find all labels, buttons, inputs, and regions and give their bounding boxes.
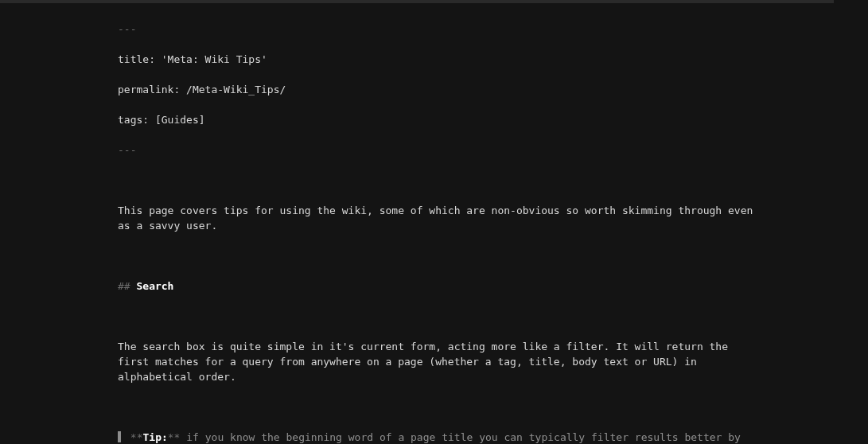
tip1-body-a: if you know the beginning word of a page… [118, 431, 747, 444]
frontmatter-tags: tags: [Guides] [118, 114, 205, 126]
heading-prefix: ## [118, 280, 136, 292]
search-paragraph: The search box is quite simple in it's c… [118, 341, 734, 383]
markdown-source: --- title: 'Meta: Wiki Tips' permalink: … [118, 6, 754, 444]
tip1-bold-close: ** [168, 431, 181, 443]
frontmatter-open: --- [118, 23, 136, 35]
intro-paragraph: This page covers tips for using the wiki… [118, 204, 759, 232]
blockquote-bar-icon [118, 431, 121, 442]
tip1-tip-word: Tip: [142, 431, 167, 443]
heading-text: Search [136, 280, 173, 292]
frontmatter-title: title: 'Meta: Wiki Tips' [118, 53, 267, 65]
tip1-bold-open: ** [124, 431, 142, 443]
frontmatter-permalink: permalink: /Meta-Wiki_Tips/ [118, 84, 286, 95]
frontmatter-close: --- [118, 144, 136, 156]
top-bar [0, 0, 834, 3]
